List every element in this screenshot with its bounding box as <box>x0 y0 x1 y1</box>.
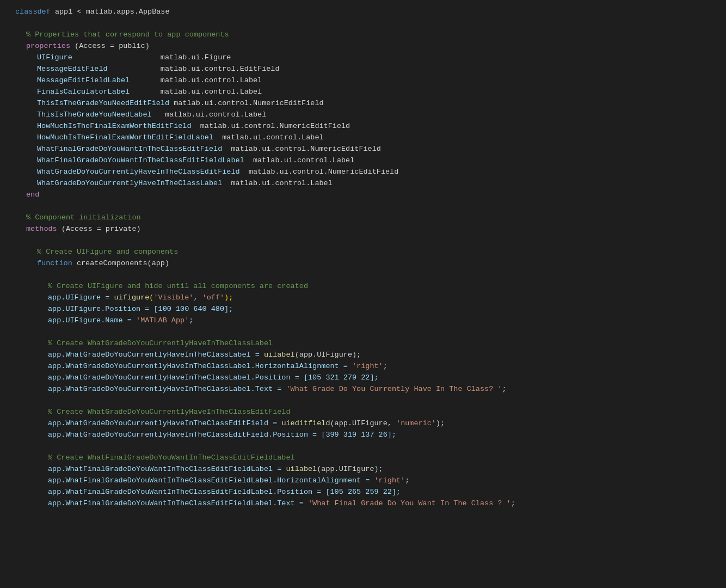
token: matlab.ui.control.Label <box>152 111 267 119</box>
token: matlab.ui.Figure <box>72 53 231 62</box>
code-line: % Component initialization <box>0 212 726 224</box>
code-editor: classdef app1 < matlab.apps.AppBase % Pr… <box>0 0 726 588</box>
token: % Create WhatGradeDoYouCurrentlyHaveInTh… <box>48 408 291 416</box>
line-content: app.WhatFinalGradeDoYouWantInTheClassEdi… <box>48 464 383 475</box>
line-content: % Create WhatFinalGradeDoYouWantInTheCla… <box>48 452 295 464</box>
token: 'MATLAB App' <box>136 316 189 324</box>
token: end <box>26 191 39 199</box>
token: app.WhatGradeDoYouCurrentlyHaveInTheClas… <box>48 362 352 370</box>
line-content: app.UIFigure.Name = 'MATLAB App'; <box>48 315 193 327</box>
token: HowMuchIsTheFinalExamWorthEditFieldLabel <box>37 133 213 142</box>
token: WhatFinalGradeDoYouWantInTheClassEditFie… <box>37 145 222 153</box>
token: matlab.ui.control.EditField <box>108 65 280 73</box>
token: UIFigure <box>37 53 72 62</box>
token: classdef <box>15 8 51 16</box>
token: % Create UIFigure and hide until all com… <box>48 282 308 290</box>
line-content <box>15 441 20 452</box>
line-content <box>15 270 20 281</box>
line-content <box>15 327 20 338</box>
token: app.WhatFinalGradeDoYouWantInTheClassEdi… <box>48 499 308 507</box>
token: 'right' <box>352 362 383 370</box>
line-content: UIFigure matlab.ui.Figure <box>37 52 231 64</box>
code-line: WhatGradeDoYouCurrentlyHaveInTheClassEdi… <box>0 167 726 178</box>
line-content: app.WhatGradeDoYouCurrentlyHaveInTheClas… <box>48 361 387 372</box>
code-line: app.WhatFinalGradeDoYouWantInTheClassEdi… <box>0 475 726 487</box>
token: FinalsCalculatorLabel <box>37 88 130 96</box>
token: WhatGradeDoYouCurrentlyHaveInTheClassEdi… <box>37 168 240 176</box>
code-line: app.UIFigure.Position = [100 100 640 480… <box>0 304 726 315</box>
line-content: WhatGradeDoYouCurrentlyHaveInTheClassEdi… <box>37 167 398 178</box>
line-content: FinalsCalculatorLabel matlab.ui.control.… <box>37 87 262 98</box>
line-content: app.UIFigure.Position = [100 100 640 480… <box>48 304 233 315</box>
code-line: HowMuchIsTheFinalExamWorthEditField matl… <box>0 121 726 132</box>
code-line: WhatFinalGradeDoYouWantInTheClassEditFie… <box>0 144 726 155</box>
token: app.WhatFinalGradeDoYouWantInTheClassEdi… <box>48 488 401 496</box>
token: 'What Grade Do You Currently Have In The… <box>286 385 502 393</box>
token: app.WhatGradeDoYouCurrentlyHaveInTheClas… <box>48 351 264 359</box>
token: % Create UIFigure and components <box>37 248 178 256</box>
code-line: app.WhatGradeDoYouCurrentlyHaveInTheClas… <box>0 384 726 395</box>
line-content: function createComponents(app) <box>37 258 169 270</box>
line-content: % Create WhatGradeDoYouCurrentlyHaveInTh… <box>48 338 273 350</box>
line-content: HowMuchIsTheFinalExamWorthEditField matl… <box>37 121 350 132</box>
token: % Properties that correspond to app comp… <box>26 30 229 39</box>
code-line: app.WhatGradeDoYouCurrentlyHaveInTheClas… <box>0 430 726 441</box>
token: ; <box>405 476 409 485</box>
code-line: % Create WhatFinalGradeDoYouWantInTheCla… <box>0 452 726 464</box>
code-line: % Create WhatGradeDoYouCurrentlyHaveInTh… <box>0 407 726 418</box>
code-line: end <box>0 189 726 201</box>
token: ThisIsTheGradeYouNeedEditField <box>37 99 169 107</box>
token: MessageEditFieldLabel <box>37 76 130 84</box>
line-content: app.WhatFinalGradeDoYouWantInTheClassEdi… <box>48 498 515 510</box>
token: app.WhatGradeDoYouCurrentlyHaveInTheClas… <box>48 373 379 382</box>
line-content: app.WhatGradeDoYouCurrentlyHaveInTheClas… <box>48 372 379 384</box>
token: matlab.ui.control.NumericEditField <box>192 122 350 130</box>
line-content <box>15 395 20 407</box>
code-line: classdef app1 < matlab.apps.AppBase <box>0 7 726 18</box>
line-content <box>15 18 20 29</box>
token: matlab.ui.control.Label <box>130 88 262 96</box>
token: app.WhatFinalGradeDoYouWantInTheClassEdi… <box>48 465 286 473</box>
token: WhatGradeDoYouCurrentlyHaveInTheClassLab… <box>37 179 222 187</box>
line-content: app.WhatGradeDoYouCurrentlyHaveInTheClas… <box>48 350 361 361</box>
line-content: app.WhatGradeDoYouCurrentlyHaveInTheClas… <box>48 418 445 430</box>
line-content <box>15 235 20 247</box>
line-content: end <box>26 189 39 201</box>
code-line: % Create UIFigure and components <box>0 247 726 258</box>
code-line: UIFigure matlab.ui.Figure <box>0 52 726 64</box>
code-line: app.WhatGradeDoYouCurrentlyHaveInTheClas… <box>0 361 726 372</box>
token: % Create WhatFinalGradeDoYouWantInTheCla… <box>48 454 295 462</box>
token: 'Visible' <box>153 293 193 302</box>
token: app.WhatGradeDoYouCurrentlyHaveInTheClas… <box>48 431 396 439</box>
token: matlab.ui.control.Label <box>244 156 355 164</box>
token: matlab.ui.control.Label <box>222 179 333 187</box>
token: ; <box>383 362 387 370</box>
code-line: WhatFinalGradeDoYouWantInTheClassEditFie… <box>0 155 726 167</box>
line-content: app.WhatFinalGradeDoYouWantInTheClassEdi… <box>48 487 401 498</box>
code-line: ThisIsTheGradeYouNeedLabel matlab.ui.con… <box>0 109 726 121</box>
token: 'numeric' <box>396 419 436 427</box>
code-line: % Properties that correspond to app comp… <box>0 29 726 41</box>
token: 'right' <box>374 476 405 485</box>
token: function <box>37 259 72 267</box>
token: ; <box>511 499 515 507</box>
token: app.UIFigure.Name = <box>48 316 136 324</box>
line-content: WhatFinalGradeDoYouWantInTheClassEditFie… <box>37 155 354 167</box>
line-content: app.UIFigure = uifigure('Visible', 'off'… <box>48 292 233 304</box>
code-line <box>0 235 726 247</box>
line-content: WhatGradeDoYouCurrentlyHaveInTheClassLab… <box>37 178 333 189</box>
token: app.WhatFinalGradeDoYouWantInTheClassEdi… <box>48 476 374 485</box>
code-line: properties (Access = public) <box>0 41 726 52</box>
code-line: app.WhatGradeDoYouCurrentlyHaveInTheClas… <box>0 418 726 430</box>
line-content: MessageEditField matlab.ui.control.EditF… <box>37 64 280 75</box>
line-content <box>15 201 20 212</box>
code-line <box>0 327 726 338</box>
code-line <box>0 441 726 452</box>
code-line: app.UIFigure.Name = 'MATLAB App'; <box>0 315 726 327</box>
code-line: app.WhatFinalGradeDoYouWantInTheClassEdi… <box>0 464 726 475</box>
code-line: app.WhatGradeDoYouCurrentlyHaveInTheClas… <box>0 350 726 361</box>
line-content: app.WhatFinalGradeDoYouWantInTheClassEdi… <box>48 475 409 487</box>
token: (app.UIFigure, <box>330 419 397 427</box>
token: matlab.ui.control.NumericEditField <box>169 99 324 107</box>
token: ; <box>502 385 506 393</box>
